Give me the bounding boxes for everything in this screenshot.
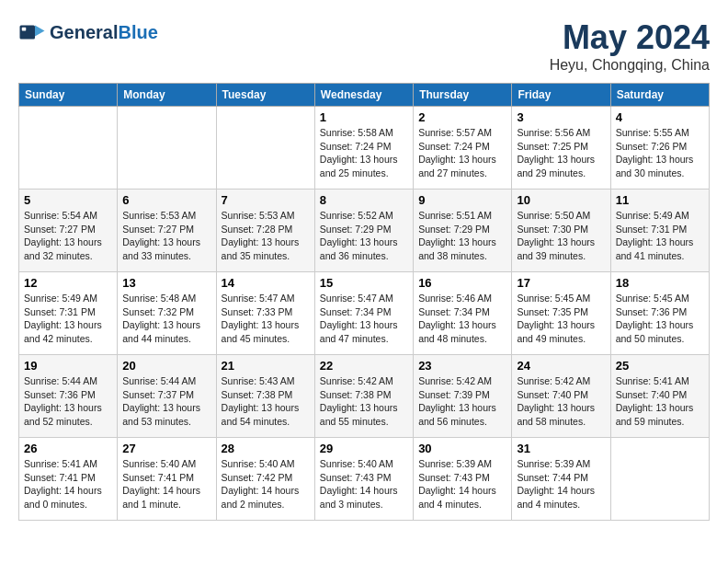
day-number: 21 <box>222 359 310 373</box>
calendar-cell: 14Sunrise: 5:47 AM Sunset: 7:33 PM Dayli… <box>216 272 314 355</box>
day-number: 20 <box>122 359 210 373</box>
calendar-cell: 12Sunrise: 5:49 AM Sunset: 7:31 PM Dayli… <box>19 272 118 355</box>
day-info: Sunrise: 5:47 AM Sunset: 7:33 PM Dayligh… <box>222 292 310 346</box>
day-info: Sunrise: 5:52 AM Sunset: 7:29 PM Dayligh… <box>320 209 408 263</box>
weekday-header-monday: Monday <box>118 84 216 107</box>
calendar-cell: 6Sunrise: 5:53 AM Sunset: 7:27 PM Daylig… <box>118 190 216 272</box>
day-info: Sunrise: 5:44 AM Sunset: 7:36 PM Dayligh… <box>24 374 112 429</box>
weekday-header-wednesday: Wednesday <box>314 84 413 107</box>
day-info: Sunrise: 5:42 AM Sunset: 7:40 PM Dayligh… <box>517 374 605 429</box>
month-year-title: May 2024 <box>550 18 710 57</box>
calendar-cell: 13Sunrise: 5:48 AM Sunset: 7:32 PM Dayli… <box>118 272 216 355</box>
day-info: Sunrise: 5:40 AM Sunset: 7:42 PM Dayligh… <box>222 457 310 511</box>
day-info: Sunrise: 5:44 AM Sunset: 7:37 PM Dayligh… <box>122 374 210 429</box>
calendar-cell: 19Sunrise: 5:44 AM Sunset: 7:36 PM Dayli… <box>19 355 118 438</box>
calendar-cell: 8Sunrise: 5:52 AM Sunset: 7:29 PM Daylig… <box>314 190 413 272</box>
calendar-cell: 31Sunrise: 5:39 AM Sunset: 7:44 PM Dayli… <box>512 438 610 521</box>
day-info: Sunrise: 5:41 AM Sunset: 7:41 PM Dayligh… <box>24 457 112 511</box>
calendar-table: SundayMondayTuesdayWednesdayThursdayFrid… <box>18 83 710 521</box>
day-info: Sunrise: 5:43 AM Sunset: 7:38 PM Dayligh… <box>222 374 310 429</box>
calendar-cell: 10Sunrise: 5:50 AM Sunset: 7:30 PM Dayli… <box>512 190 610 272</box>
day-number: 4 <box>616 110 704 124</box>
day-number: 16 <box>418 276 506 290</box>
calendar-cell: 20Sunrise: 5:44 AM Sunset: 7:37 PM Dayli… <box>118 355 216 438</box>
svg-rect-2 <box>22 28 27 31</box>
weekday-header-saturday: Saturday <box>610 84 709 107</box>
weekday-header-thursday: Thursday <box>414 84 512 107</box>
day-number: 29 <box>320 442 408 455</box>
calendar-cell: 2Sunrise: 5:57 AM Sunset: 7:24 PM Daylig… <box>414 107 512 190</box>
day-number: 9 <box>418 193 506 207</box>
day-info: Sunrise: 5:51 AM Sunset: 7:29 PM Dayligh… <box>418 209 506 263</box>
day-number: 6 <box>122 193 210 207</box>
calendar-cell <box>610 438 709 521</box>
day-number: 24 <box>517 359 605 373</box>
location-subtitle: Heyu, Chongqing, China <box>550 57 710 74</box>
calendar-cell: 16Sunrise: 5:46 AM Sunset: 7:34 PM Dayli… <box>414 272 512 355</box>
day-info: Sunrise: 5:58 AM Sunset: 7:24 PM Dayligh… <box>320 126 408 180</box>
day-info: Sunrise: 5:46 AM Sunset: 7:34 PM Dayligh… <box>418 292 506 346</box>
svg-rect-0 <box>20 26 36 40</box>
day-number: 1 <box>320 110 408 124</box>
day-number: 11 <box>616 193 704 207</box>
day-number: 23 <box>418 359 506 373</box>
day-number: 7 <box>222 193 310 207</box>
calendar-cell: 4Sunrise: 5:55 AM Sunset: 7:26 PM Daylig… <box>610 107 709 190</box>
day-info: Sunrise: 5:50 AM Sunset: 7:30 PM Dayligh… <box>517 209 605 263</box>
calendar-week-1: 1Sunrise: 5:58 AM Sunset: 7:24 PM Daylig… <box>19 107 710 190</box>
weekday-header-tuesday: Tuesday <box>216 84 314 107</box>
day-info: Sunrise: 5:54 AM Sunset: 7:27 PM Dayligh… <box>24 209 112 263</box>
day-number: 12 <box>24 276 112 290</box>
calendar-week-5: 26Sunrise: 5:41 AM Sunset: 7:41 PM Dayli… <box>19 438 710 521</box>
day-number: 3 <box>517 110 605 124</box>
calendar-cell: 29Sunrise: 5:40 AM Sunset: 7:43 PM Dayli… <box>314 438 413 521</box>
calendar-cell: 18Sunrise: 5:45 AM Sunset: 7:36 PM Dayli… <box>610 272 709 355</box>
day-info: Sunrise: 5:48 AM Sunset: 7:32 PM Dayligh… <box>122 292 210 346</box>
day-info: Sunrise: 5:49 AM Sunset: 7:31 PM Dayligh… <box>616 209 704 263</box>
day-info: Sunrise: 5:47 AM Sunset: 7:34 PM Dayligh… <box>320 292 408 346</box>
day-info: Sunrise: 5:53 AM Sunset: 7:27 PM Dayligh… <box>122 209 210 263</box>
calendar-cell: 3Sunrise: 5:56 AM Sunset: 7:25 PM Daylig… <box>512 107 610 190</box>
calendar-cell: 15Sunrise: 5:47 AM Sunset: 7:34 PM Dayli… <box>314 272 413 355</box>
day-info: Sunrise: 5:42 AM Sunset: 7:39 PM Dayligh… <box>418 374 506 429</box>
calendar-cell: 7Sunrise: 5:53 AM Sunset: 7:28 PM Daylig… <box>216 190 314 272</box>
day-info: Sunrise: 5:56 AM Sunset: 7:25 PM Dayligh… <box>517 126 605 180</box>
calendar-week-4: 19Sunrise: 5:44 AM Sunset: 7:36 PM Dayli… <box>19 355 710 438</box>
day-number: 8 <box>320 193 408 207</box>
day-info: Sunrise: 5:45 AM Sunset: 7:35 PM Dayligh… <box>517 292 605 346</box>
day-info: Sunrise: 5:39 AM Sunset: 7:43 PM Dayligh… <box>418 457 506 511</box>
weekday-header-friday: Friday <box>512 84 610 107</box>
calendar-cell: 23Sunrise: 5:42 AM Sunset: 7:39 PM Dayli… <box>414 355 512 438</box>
day-info: Sunrise: 5:41 AM Sunset: 7:40 PM Dayligh… <box>616 374 704 429</box>
day-info: Sunrise: 5:40 AM Sunset: 7:41 PM Dayligh… <box>122 457 210 511</box>
calendar-cell <box>19 107 118 190</box>
day-info: Sunrise: 5:53 AM Sunset: 7:28 PM Dayligh… <box>222 209 310 263</box>
calendar-cell: 26Sunrise: 5:41 AM Sunset: 7:41 PM Dayli… <box>19 438 118 521</box>
logo-icon <box>18 18 46 46</box>
calendar-cell: 24Sunrise: 5:42 AM Sunset: 7:40 PM Dayli… <box>512 355 610 438</box>
day-info: Sunrise: 5:49 AM Sunset: 7:31 PM Dayligh… <box>24 292 112 346</box>
calendar-cell: 28Sunrise: 5:40 AM Sunset: 7:42 PM Dayli… <box>216 438 314 521</box>
calendar-week-3: 12Sunrise: 5:49 AM Sunset: 7:31 PM Dayli… <box>19 272 710 355</box>
calendar-cell: 5Sunrise: 5:54 AM Sunset: 7:27 PM Daylig… <box>19 190 118 272</box>
page-header: General Blue May 2024 Heyu, Chongqing, C… <box>18 18 710 74</box>
day-number: 10 <box>517 193 605 207</box>
logo: General Blue <box>18 18 158 46</box>
day-number: 15 <box>320 276 408 290</box>
day-number: 28 <box>222 442 310 455</box>
calendar-cell <box>216 107 314 190</box>
calendar-cell: 27Sunrise: 5:40 AM Sunset: 7:41 PM Dayli… <box>118 438 216 521</box>
svg-marker-1 <box>35 26 45 37</box>
day-number: 22 <box>320 359 408 373</box>
day-number: 5 <box>24 193 112 207</box>
weekday-header-row: SundayMondayTuesdayWednesdayThursdayFrid… <box>19 84 710 107</box>
calendar-week-2: 5Sunrise: 5:54 AM Sunset: 7:27 PM Daylig… <box>19 190 710 272</box>
calendar-cell: 25Sunrise: 5:41 AM Sunset: 7:40 PM Dayli… <box>610 355 709 438</box>
weekday-header-sunday: Sunday <box>19 84 118 107</box>
calendar-cell: 1Sunrise: 5:58 AM Sunset: 7:24 PM Daylig… <box>314 107 413 190</box>
calendar-cell: 9Sunrise: 5:51 AM Sunset: 7:29 PM Daylig… <box>414 190 512 272</box>
day-number: 19 <box>24 359 112 373</box>
day-number: 25 <box>616 359 704 373</box>
calendar-cell <box>118 107 216 190</box>
calendar-cell: 17Sunrise: 5:45 AM Sunset: 7:35 PM Dayli… <box>512 272 610 355</box>
